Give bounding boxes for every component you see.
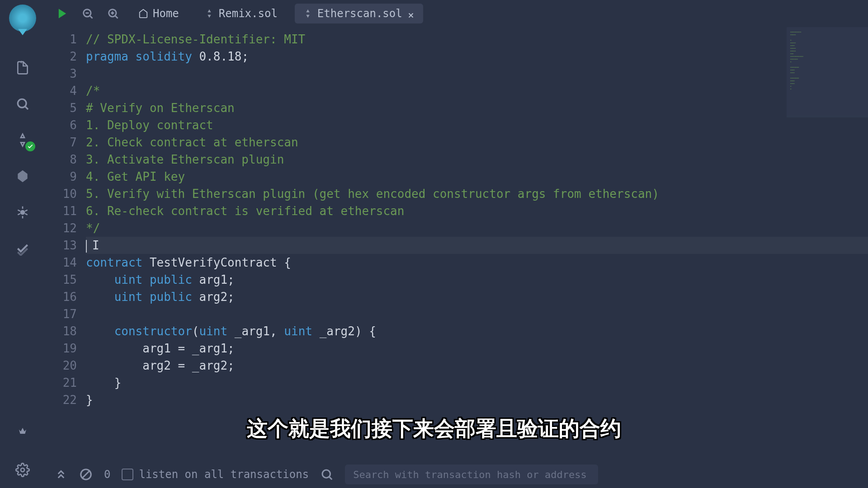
svg-point-0 (18, 99, 26, 108)
file-explorer-icon[interactable] (14, 59, 32, 77)
plugin-checkmark-icon[interactable] (14, 239, 32, 258)
tx-search-box[interactable] (345, 465, 598, 484)
svg-line-12 (90, 16, 92, 18)
close-icon[interactable] (407, 9, 415, 18)
svg-line-6 (25, 210, 27, 211)
zoom-out-icon[interactable] (80, 5, 96, 22)
expand-icon[interactable] (54, 468, 68, 481)
toolbar: Home Remix.sol Etherscan.sol (45, 0, 868, 27)
deploy-icon[interactable] (14, 167, 32, 185)
plugin-manager-icon[interactable] (14, 425, 32, 443)
line-gutter: 12345678910111213141516171819202122 (45, 27, 86, 461)
code-editor[interactable]: 12345678910111213141516171819202122 // S… (45, 27, 868, 461)
svg-line-15 (115, 16, 118, 18)
svg-line-8 (25, 214, 27, 215)
home-icon (138, 9, 148, 19)
svg-marker-10 (59, 9, 66, 19)
svg-line-21 (82, 470, 90, 479)
video-subtitle: 这个就是我们接下来会部署且验证的合约 (247, 415, 621, 443)
debugger-icon[interactable] (14, 203, 32, 221)
zoom-in-icon[interactable] (105, 5, 121, 22)
ban-icon[interactable] (79, 468, 93, 481)
code-content[interactable]: // SPDX-License-Identifier: MITpragma so… (86, 27, 868, 461)
tab-home-label: Home (153, 7, 179, 20)
svg-line-1 (25, 107, 28, 109)
tab-remix-label: Remix.sol (219, 7, 278, 20)
tab-remix[interactable]: Remix.sol (196, 4, 286, 23)
solidity-icon (204, 9, 214, 19)
svg-line-7 (18, 214, 20, 215)
svg-line-23 (330, 477, 332, 479)
tab-home[interactable]: Home (130, 4, 187, 23)
sidebar (0, 0, 45, 488)
terminal-bar: 0 listen on all transactions (45, 461, 868, 488)
tab-etherscan[interactable]: Etherscan.sol (295, 4, 423, 23)
compile-success-badge (25, 141, 35, 151)
settings-icon[interactable] (14, 461, 32, 479)
svg-line-5 (18, 210, 20, 211)
svg-point-9 (21, 468, 24, 472)
run-button[interactable] (54, 5, 71, 22)
solidity-icon (303, 9, 313, 19)
listen-label-text: listen on all transactions (139, 468, 309, 481)
search-icon[interactable] (320, 468, 334, 481)
minimap[interactable]: ▬▬▬▬▬▬▬▬▬▬▬▬▬▬▬▬▬▬▬▬▬▬▬▬▬▬▬▬▬▬▬▬▬▬▬▬▬▬▬▬… (787, 27, 868, 117)
svg-point-22 (322, 470, 330, 478)
tab-etherscan-label: Etherscan.sol (317, 7, 402, 20)
checkbox-icon[interactable] (122, 469, 133, 480)
pending-count: 0 (104, 468, 110, 481)
svg-point-2 (20, 210, 25, 215)
search-icon[interactable] (14, 95, 32, 113)
listen-toggle[interactable]: listen on all transactions (122, 468, 309, 481)
tx-search-input[interactable] (353, 469, 590, 480)
compiler-icon[interactable] (14, 131, 32, 149)
minimap-content: ▬▬▬▬▬▬▬▬▬▬▬▬▬▬▬▬▬▬▬▬▬▬▬▬▬▬▬▬▬▬▬▬▬▬▬▬▬▬▬▬… (787, 27, 868, 94)
remix-logo[interactable] (9, 5, 36, 32)
